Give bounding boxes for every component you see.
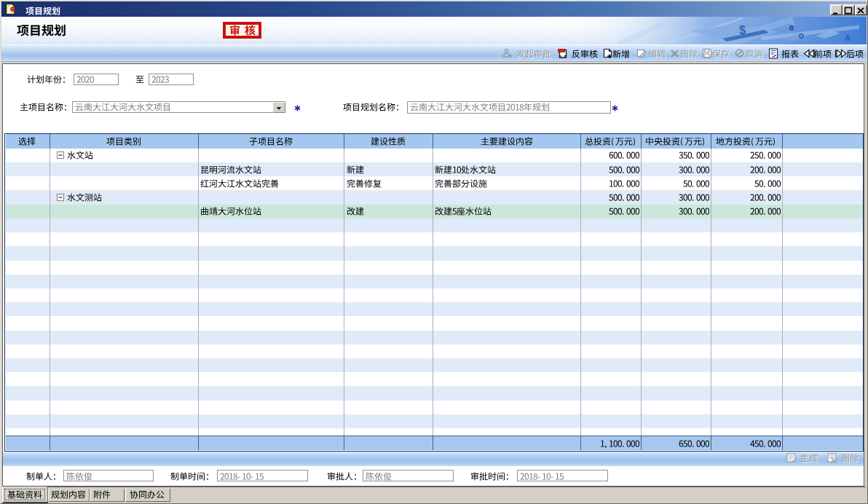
svg-text:A: A [845, 34, 851, 42]
svg-text:$: $ [739, 24, 746, 36]
